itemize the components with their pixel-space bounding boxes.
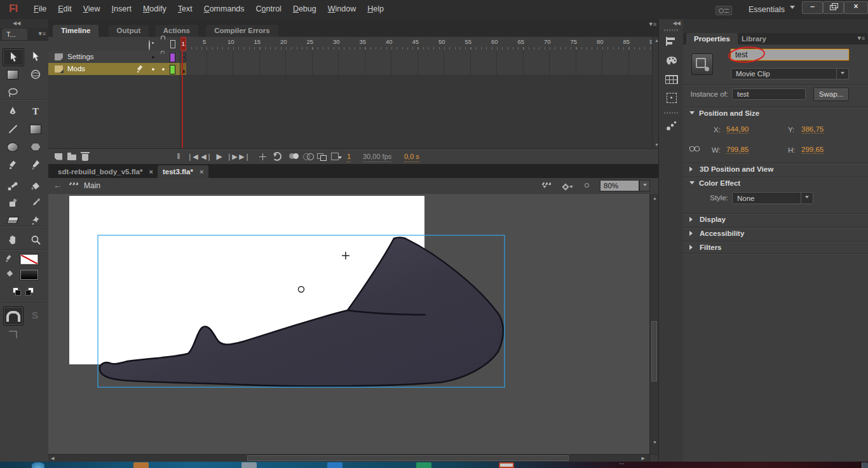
pencil-tool[interactable] bbox=[3, 156, 23, 173]
layer-visible-dot[interactable] bbox=[152, 68, 154, 71]
taskbar-app-icon[interactable] bbox=[241, 462, 257, 468]
layer-visible-dot[interactable] bbox=[152, 56, 154, 59]
align-panel-button[interactable] bbox=[659, 37, 684, 46]
frame-row-settings[interactable] bbox=[180, 51, 661, 64]
3d-rotation-tool[interactable] bbox=[25, 66, 46, 83]
frame-grid[interactable] bbox=[180, 51, 661, 148]
scroll-right-icon[interactable]: ▶ bbox=[642, 456, 645, 461]
line-tool[interactable] bbox=[3, 121, 23, 137]
hand-tool[interactable] bbox=[3, 231, 23, 248]
swap-colors-icon[interactable] bbox=[28, 287, 34, 293]
h-value[interactable]: 299,65 bbox=[801, 146, 824, 154]
layer-row-settings[interactable]: Settings bbox=[48, 51, 180, 64]
text-tool[interactable]: T bbox=[25, 103, 46, 120]
menu-control[interactable]: Control bbox=[256, 4, 281, 13]
loop-button[interactable] bbox=[272, 151, 282, 162]
step-back-button[interactable]: ◀❘ bbox=[201, 151, 212, 162]
timeline-panel-menu-icon[interactable]: ▼≡ bbox=[648, 21, 656, 27]
zoom-level-dropdown-button[interactable] bbox=[639, 180, 650, 191]
selection-tool[interactable] bbox=[3, 48, 24, 66]
section-accessibility[interactable]: Accessibility bbox=[683, 227, 868, 238]
instance-of-value[interactable]: test bbox=[732, 88, 806, 100]
tools-collapse-bar[interactable]: ◀◀ bbox=[0, 19, 48, 28]
current-frame-value[interactable]: 1 bbox=[347, 151, 351, 162]
section-color-effect[interactable]: Color Effect bbox=[683, 177, 868, 188]
taskbar-app-icon[interactable] bbox=[416, 462, 431, 468]
section-position-and-size[interactable]: Position and Size bbox=[683, 107, 868, 118]
bone-tool[interactable] bbox=[3, 178, 23, 195]
restore-button[interactable] bbox=[823, 1, 844, 14]
section-display[interactable]: Display bbox=[683, 213, 868, 224]
brush-tool[interactable] bbox=[25, 156, 46, 173]
transform-panel-button[interactable] bbox=[659, 93, 684, 103]
menu-text[interactable]: Text bbox=[178, 4, 193, 13]
close-tab-icon[interactable]: × bbox=[149, 165, 153, 178]
section-filters[interactable]: Filters bbox=[683, 241, 868, 252]
scroll-left-icon[interactable]: ◀ bbox=[51, 456, 54, 461]
pen-tool[interactable] bbox=[3, 103, 23, 120]
taskbar-app-icon[interactable] bbox=[133, 462, 149, 468]
motion-presets-panel-button[interactable] bbox=[659, 120, 684, 131]
zoom-level-input[interactable]: 80% bbox=[600, 180, 639, 191]
menu-view[interactable]: View bbox=[83, 4, 100, 13]
show-desktop-button[interactable] bbox=[862, 462, 868, 468]
outline-column-icon[interactable] bbox=[170, 40, 175, 48]
edit-symbols-button[interactable] bbox=[563, 182, 573, 191]
snap-to-objects-toggle[interactable] bbox=[3, 306, 24, 326]
start-orb-icon[interactable] bbox=[32, 462, 44, 468]
paint-bucket-tool[interactable] bbox=[25, 178, 46, 195]
timeline-tab-timeline[interactable]: Timeline bbox=[53, 25, 98, 37]
onion-skin-outlines-button[interactable] bbox=[302, 151, 314, 162]
dropdown-button[interactable] bbox=[801, 193, 813, 203]
smooth-option[interactable]: S bbox=[32, 310, 38, 320]
swap-button[interactable]: Swap... bbox=[813, 88, 849, 101]
close-tab-icon[interactable]: × bbox=[200, 165, 203, 178]
center-frame-button[interactable] bbox=[258, 151, 267, 162]
subselection-tool[interactable] bbox=[25, 48, 46, 65]
edit-scene-button[interactable] bbox=[541, 182, 546, 191]
layer-outline-color-swatch[interactable] bbox=[170, 53, 175, 62]
rectangle-tool[interactable] bbox=[25, 121, 46, 137]
playhead-line[interactable] bbox=[182, 51, 183, 148]
onion-skin-button[interactable] bbox=[288, 151, 300, 162]
menu-edit[interactable]: Edit bbox=[58, 4, 72, 13]
scroll-up-icon[interactable]: ▲ bbox=[653, 196, 657, 200]
go-to-first-frame-button[interactable]: ❘◀ bbox=[187, 151, 198, 162]
layer-unlocked-dot[interactable] bbox=[162, 68, 165, 71]
document-tab-sdt-rebuild[interactable]: sdt-rebuild_body_v5.fla*× bbox=[53, 165, 158, 178]
canvas-vertical-scrollbar[interactable]: ▲ ▼ bbox=[649, 194, 659, 454]
straighten-option-icon[interactable] bbox=[9, 331, 17, 338]
zoom-tool[interactable] bbox=[25, 231, 46, 248]
layer-outline-color-swatch[interactable] bbox=[170, 65, 175, 74]
workspace-switcher-icon[interactable] bbox=[715, 6, 732, 15]
stage-canvas[interactable] bbox=[48, 194, 649, 454]
dropdown-button[interactable] bbox=[836, 69, 848, 79]
link-width-height-icon[interactable] bbox=[689, 146, 700, 151]
properties-panel-menu-icon[interactable]: ▼≡ bbox=[857, 35, 864, 41]
scroll-down-icon[interactable]: ▼ bbox=[653, 440, 657, 444]
back-arrow-icon[interactable]: ← bbox=[53, 180, 62, 190]
oval-tool[interactable] bbox=[3, 139, 23, 155]
frame-row-mods[interactable] bbox=[180, 63, 661, 76]
menu-file[interactable]: File bbox=[34, 4, 46, 13]
edit-multiple-frames-button[interactable] bbox=[316, 151, 327, 162]
new-folder-button[interactable] bbox=[66, 151, 78, 162]
frame-ruler[interactable]: 151015202530354045505560657075808590 1 bbox=[180, 37, 661, 51]
vertical-scroll-thumb[interactable] bbox=[651, 321, 657, 382]
section-3d-position-and-view[interactable]: 3D Position and View bbox=[683, 163, 868, 174]
eyedropper-tool[interactable] bbox=[25, 195, 46, 211]
delete-layer-button[interactable] bbox=[80, 151, 90, 162]
play-button[interactable]: ▶ bbox=[215, 151, 224, 162]
windows-taskbar[interactable]: ⋯ bbox=[0, 462, 868, 468]
taskbar-app-icon[interactable] bbox=[499, 462, 514, 468]
document-tab-test3[interactable]: test3.fla*× bbox=[158, 165, 208, 178]
menu-help[interactable]: Help bbox=[367, 4, 384, 13]
frame-rate-value[interactable]: 30,00 fps bbox=[363, 151, 391, 162]
taskbar-app-icon[interactable] bbox=[327, 462, 342, 468]
x-value[interactable]: 544,90 bbox=[726, 125, 749, 134]
timeline-tab-output[interactable]: Output bbox=[109, 25, 149, 37]
y-value[interactable]: 386,75 bbox=[801, 125, 824, 134]
layer-row-mods[interactable]: Mods bbox=[48, 63, 180, 76]
timeline-tab-compiler-errors[interactable]: Compiler Errors bbox=[206, 25, 278, 37]
new-layer-button[interactable] bbox=[53, 151, 64, 162]
